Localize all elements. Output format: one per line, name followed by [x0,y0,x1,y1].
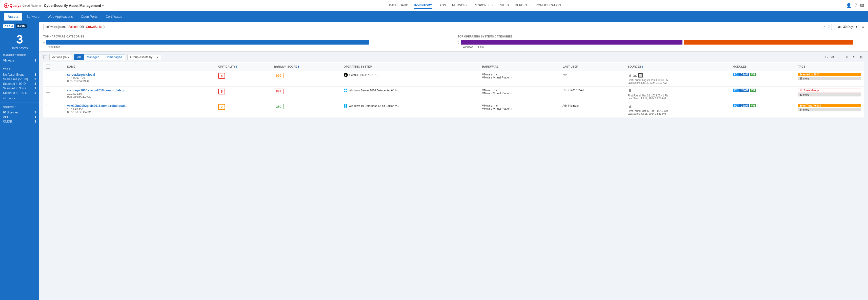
tab-assets[interactable]: Assets [4,13,22,21]
row3-tag-1[interactable]: Scan Time (>60m) [798,104,861,107]
table-row: comregw2016.cregw2016.comp.rdlab.qu... 1… [43,87,864,102]
sidebar-item-no-asset-group[interactable]: No Asset Group 3 [3,72,36,77]
date-filter[interactable]: Last 30 Days ▾ [834,24,860,30]
row1-asset-name[interactable]: server.itzgeek.local [67,73,213,77]
filter-managed-btn[interactable]: Managed [84,54,102,60]
row2-asset-name[interactable]: comregw2016.cregw2016.comp.rdlab.qu... [67,89,213,92]
row3-hardware: VMware, Inc. VMware Virtual Platform [480,102,560,117]
row1-tag-more[interactable]: 25 more [798,77,861,80]
tab-certificates[interactable]: Certificates [102,13,126,21]
row3-modules: PC CSAM VM [730,102,796,117]
tab-open-ports[interactable]: Open Ports [77,13,101,21]
group-chevron: ▾ [157,55,158,59]
sidebar-item-api[interactable]: API 1 [3,115,36,119]
badge-easm[interactable]: EASM [16,24,27,28]
row2-tags-cell: No Asset Group 40 more [798,89,861,96]
row1-os-icon: 🐧 [344,73,348,77]
row1-tag-1[interactable]: Scanned in 30-D [798,73,861,76]
row3-criticality: 2 [216,102,271,117]
charts-area: TOP HARDWARE CATEGORIES 0 Virtualized TO… [39,32,868,52]
user-icon[interactable]: 👤 [846,3,851,8]
clear-search-icon[interactable]: ✕ [823,25,826,29]
badge-csam[interactable]: CSAM [3,24,14,28]
row1-tru-risk: 699 [271,71,341,87]
row1-source-icons: 🖥 ☁ 🔲 [628,73,728,78]
content-area: software:(name:"Falcon" OR "CrowdStrike"… [39,22,868,300]
sidebar-sources-section: SOURCES IP Scanner 3 API 1 CMDB 1 [0,104,39,125]
row1-os-label: CentOS Linux 7.6.1810 [349,73,378,77]
row2-mod-csam: CSAM [739,89,749,92]
nav-rules[interactable]: RULES [499,3,509,9]
search-input-wrap[interactable]: software:(name:"Falcon" OR "CrowdStrike"… [43,24,832,30]
tags-more[interactable]: 45 more ▾ [0,96,39,101]
mail-icon[interactable]: ✉ [860,3,864,8]
sidebar: CSAM EASM 3 Total Assets MANUFACTURER VM… [0,22,39,300]
search-help-icon[interactable]: ? [828,25,830,29]
search-icons: ✕ ? [823,25,830,29]
row2-os-label: Windows Server 2016 Datacenter 64 b... [349,89,399,92]
sidebar-item-ip-scanner[interactable]: IP Scanner 3 [3,110,36,115]
nav-network[interactable]: NETWORK [452,3,468,9]
table-area: Actions (0) ▾ All Managed Unmanaged Grou… [39,52,868,120]
row1-hw-type: VMware Virtual Platform [482,76,558,79]
table-header-row: NAME CRITICALITY ℹ TruRisk™ SCORE ℹ OPER… [43,63,864,71]
tags-title: TAGS [3,68,36,71]
os-chart: TOP OPERATING SYSTEMS CATEGORIES 0 Windo… [458,35,864,48]
col-tru-risk: TruRisk™ SCORE ℹ [271,63,341,71]
row3-ip1: 10.11.43.156 [67,108,213,111]
row2-tag-1[interactable]: No Asset Group [798,89,861,92]
row3-asset-name[interactable]: vsw10bs20h2p.cis2016.comp.rdlab.qual... [67,104,213,108]
nav-responses[interactable]: RESPONSES [474,3,493,9]
filter-icon[interactable]: ≡ [862,25,864,29]
nav-tags[interactable]: TAGS [438,3,446,9]
row2-modules: PC CSAM VM [730,87,796,102]
sidebar-item-scanned-90d[interactable]: Scanned in 90-D 3 [3,82,36,86]
sidebar-item-scan-time[interactable]: Scan Time (>15m) 3 [3,77,36,82]
filter-unmanaged-btn[interactable]: Unmanaged [102,54,125,60]
row3-hw-type: VMware Virtual Platform [482,107,558,110]
row3-tag-more[interactable]: 34 more [798,108,861,111]
row3-criticality-badge: 2 [218,104,225,110]
hw-bar-virtualized [46,40,369,44]
download-btn[interactable]: ⬇ [844,55,849,60]
row3-tags: Scan Time (>60m) 34 more [795,102,864,117]
search-bar: software:(name:"Falcon" OR "CrowdStrike"… [39,22,868,32]
tru-risk-info-icon[interactable]: ℹ [298,65,299,68]
select-all-checkbox[interactable] [43,55,47,59]
app-title-chevron[interactable]: ▾ [102,4,104,8]
nav-configuration[interactable]: CONFIGURATION [536,3,561,9]
sub-navigation: Assets Software Web Applications Open Po… [0,11,868,22]
sidebar-item-vmware[interactable]: VMware 3 [3,58,36,63]
row1-mod-badges: PC CSAM VM [733,73,793,76]
row2-tag-more[interactable]: 40 more [798,93,861,96]
main-layout: CSAM EASM 3 Total Assets MANUFACTURER VM… [0,22,868,300]
next-page-btn[interactable]: › [841,55,842,59]
refresh-btn[interactable]: ↻ [851,55,857,60]
actions-button[interactable]: Actions (0) ▾ [49,54,72,60]
sources-info-icon[interactable]: ℹ [642,65,643,68]
nav-dashboard[interactable]: DASHBOARD [389,3,408,9]
row2-select[interactable] [46,89,50,93]
criticality-info-icon[interactable]: ℹ [236,65,237,68]
sidebar-total: 3 Total Assets [0,28,39,52]
header-checkbox[interactable] [46,65,50,69]
row2-tags: No Asset Group 40 more [795,87,864,102]
row1-select[interactable] [46,73,50,77]
tab-web-applications[interactable]: Web Applications [44,13,76,21]
settings-btn[interactable]: ⚙ [859,55,864,60]
filter-all-btn[interactable]: All [74,54,84,60]
tab-software[interactable]: Software [23,13,43,21]
nav-inventory[interactable]: INVENTORY [414,3,432,9]
sidebar-tags-section: TAGS No Asset Group 3 Scan Time (>15m) 3… [0,66,39,96]
row2-criticality-badge: 5 [218,89,225,94]
row1-os-cell: 🐧 CentOS Linux 7.6.1810 [344,73,477,77]
sidebar-item-cmdb[interactable]: CMDB 1 [3,119,36,124]
sub-tabs: Assets Software Web Applications Open Po… [4,13,126,21]
row3-select[interactable] [46,104,50,108]
nav-reports[interactable]: REPORTS [515,3,530,9]
group-assets-button[interactable]: Group Assets by ... ▾ [127,54,161,60]
help-icon[interactable]: ? [855,3,857,8]
sidebar-item-scanned-30d[interactable]: Scanned in 30-D 3 [3,86,36,91]
sidebar-item-scanned-180d[interactable]: Scanned in 180-D 3 [3,91,36,95]
prev-page-btn[interactable]: ‹ [838,55,839,59]
